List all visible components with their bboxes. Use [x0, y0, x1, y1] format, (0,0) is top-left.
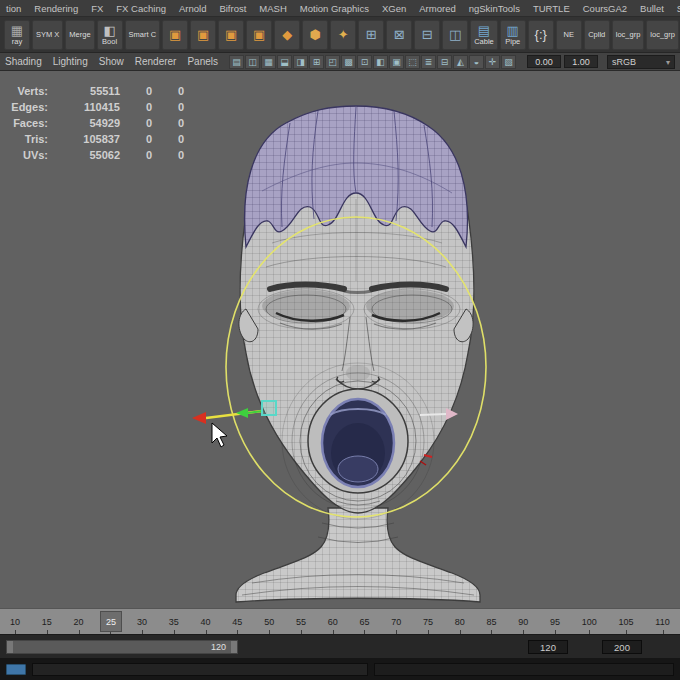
- viewport-toolbar-icons: ▤ ◫ ▦ ⬓ ◨ ⊞ ◰ ▩ ⊡ ◧ ▣ ⬚: [229, 55, 516, 69]
- shelf-tab[interactable]: Arnold: [179, 3, 206, 14]
- viewport-toolbar-icon[interactable]: ◒: [469, 55, 484, 69]
- shelf-tab[interactable]: Motion Graphics: [300, 3, 369, 14]
- shelf-tab[interactable]: ngSkinTools: [469, 3, 520, 14]
- shelf-tool-button[interactable]: ◧ Bool: [97, 20, 123, 50]
- viewport-toolbar-icon[interactable]: ◰: [325, 55, 340, 69]
- shelf-tool-label: NE: [564, 31, 574, 39]
- shelf-tab[interactable]: FX Caching: [116, 3, 166, 14]
- frame-tick-label: 40: [201, 617, 211, 627]
- frame-tick-label: 75: [423, 617, 433, 627]
- viewport-toolbar-icon[interactable]: ⊡: [357, 55, 372, 69]
- shelf-tab[interactable]: Armored: [419, 3, 455, 14]
- range-slider[interactable]: 120: [6, 640, 238, 654]
- shelf-tool-button[interactable]: ⊠: [386, 20, 412, 50]
- panel-menu-item[interactable]: Panels: [187, 56, 218, 67]
- poly-count-row: Edges: 110415 0 0: [0, 99, 184, 115]
- colorspace-dropdown[interactable]: sRGB gamma ▾: [607, 55, 675, 69]
- shelf-tool-button[interactable]: ▣: [162, 20, 188, 50]
- poly-count-total: 110415: [48, 101, 120, 113]
- panel-menu-item[interactable]: Shading: [5, 56, 42, 67]
- manipulator-center-handle: [262, 401, 276, 415]
- shelf-tool-button[interactable]: ⊟: [414, 20, 440, 50]
- shelf-tool-button[interactable]: ▣: [218, 20, 244, 50]
- shelf-tool-button[interactable]: loc_grp: [612, 20, 645, 50]
- viewport-toolbar-icon[interactable]: ◭: [453, 55, 468, 69]
- poly-count-total: 55511: [48, 85, 120, 97]
- viewport-toolbar-icon[interactable]: ▩: [341, 55, 356, 69]
- shelf-tab[interactable]: Bifrost: [219, 3, 246, 14]
- viewport-toolbar-icon[interactable]: ⊟: [437, 55, 452, 69]
- shelf-tab[interactable]: CoursGA2: [583, 3, 627, 14]
- shelf-tool-button[interactable]: Merge: [65, 20, 94, 50]
- poly-count-total: 55062: [48, 149, 120, 161]
- shelf-tab[interactable]: tion: [6, 3, 21, 14]
- panel-menu-item[interactable]: Show: [99, 56, 124, 67]
- shelf-tool-button[interactable]: ⊞: [358, 20, 384, 50]
- frame-tick-label: 65: [359, 617, 369, 627]
- mel-toggle[interactable]: [6, 664, 26, 675]
- exposure-field[interactable]: 0.00: [527, 55, 561, 68]
- shelf-tool-label: Smart C: [129, 31, 157, 39]
- shelf-tool-button[interactable]: NE: [556, 20, 582, 50]
- shelf-tool-icon: ▣: [169, 28, 181, 42]
- viewport-toolbar-icon[interactable]: ◨: [293, 55, 308, 69]
- viewport-toolbar-icon[interactable]: ▧: [501, 55, 516, 69]
- shelf-tab[interactable]: Bullet: [640, 3, 664, 14]
- shelf-tab[interactable]: XGen: [382, 3, 406, 14]
- panel-menu-item[interactable]: Renderer: [135, 56, 177, 67]
- shelf-tool-icon: ⊠: [394, 28, 405, 42]
- shelf-tool-button[interactable]: ◆: [274, 20, 300, 50]
- panel-menu-item[interactable]: Lighting: [53, 56, 88, 67]
- bust-mesh: [236, 508, 480, 602]
- viewport-toolbar-icon[interactable]: ▤: [229, 55, 244, 69]
- viewport-toolbar-icon[interactable]: ⬚: [405, 55, 420, 69]
- shelf-tool-button[interactable]: ▥ Pipe: [500, 20, 526, 50]
- shelf-tool-label: Bool: [102, 38, 117, 46]
- viewport-toolbar-icon[interactable]: ◧: [373, 55, 388, 69]
- poly-count-total: 105837: [48, 133, 120, 145]
- shelf-tab[interactable]: FX: [91, 3, 103, 14]
- maya-window: tion Rendering FX FX Caching Arnold Bifr…: [0, 0, 680, 680]
- current-frame-marker[interactable]: 25: [100, 611, 122, 632]
- poly-count-row: Tris: 105837 0 0: [0, 131, 184, 147]
- shelf-tool-button[interactable]: Smart C: [125, 20, 161, 50]
- frame-tick-label: 95: [550, 617, 560, 627]
- shelf-tab-bar: tion Rendering FX FX Caching Arnold Bifr…: [0, 0, 680, 17]
- shelf-tool-button[interactable]: ✦: [330, 20, 356, 50]
- poly-count-col3: 0: [152, 117, 184, 129]
- viewport[interactable]: Verts: 55511 0 0 Edges: 110415 0 0 Faces…: [0, 71, 680, 608]
- shelf-tab[interactable]: MASH: [259, 3, 286, 14]
- shelf-tool-button[interactable]: ▤ Cable: [470, 20, 498, 50]
- viewport-toolbar-icon[interactable]: ≣: [421, 55, 436, 69]
- shelf-tab[interactable]: TURTLE: [533, 3, 570, 14]
- shelf-tool-button[interactable]: loc_grp: [646, 20, 679, 50]
- frame-tick-label: 70: [391, 617, 401, 627]
- frame-tick-label: 110: [655, 617, 669, 627]
- shelf-tool-button[interactable]: Cplld: [584, 20, 610, 50]
- shelf: ▦ ray SYM X Merge ◧ Bool Smart C: [0, 17, 680, 53]
- viewport-toolbar-icon[interactable]: ✛: [485, 55, 500, 69]
- viewport-toolbar-icon[interactable]: ⬓: [277, 55, 292, 69]
- viewport-toolbar-icon[interactable]: ▦: [261, 55, 276, 69]
- shelf-tool-button[interactable]: ⬢: [302, 20, 328, 50]
- shelf-tool-button[interactable]: ▦ ray: [4, 20, 30, 50]
- time-slider[interactable]: 10 15 20 25 30 35 40 45 50 55 60 65: [0, 608, 680, 634]
- playback-end-field[interactable]: 120: [528, 640, 568, 654]
- shelf-tool-button[interactable]: {:}: [528, 20, 554, 50]
- shelf-tool-button[interactable]: ▣: [246, 20, 272, 50]
- poly-count-label: Verts:: [0, 85, 48, 97]
- shelf-tool-button[interactable]: ◫: [442, 20, 468, 50]
- shelf-tab[interactable]: Rendering: [34, 3, 78, 14]
- shelf-tool-label: SYM X: [36, 31, 59, 39]
- animation-end-field[interactable]: 200: [602, 640, 642, 654]
- viewport-toolbar-icon[interactable]: ⊞: [309, 55, 324, 69]
- range-slider-row: 120 120 200: [0, 634, 680, 658]
- frame-tick-label: 105: [619, 617, 634, 627]
- command-input[interactable]: [32, 663, 368, 676]
- shelf-tool-button[interactable]: ▣: [190, 20, 216, 50]
- frame-tick-label: 15: [42, 617, 52, 627]
- viewport-toolbar-icon[interactable]: ◫: [245, 55, 260, 69]
- viewport-toolbar-icon[interactable]: ▣: [389, 55, 404, 69]
- shelf-tool-button[interactable]: SYM X: [32, 20, 63, 50]
- gamma-field[interactable]: 1.00: [564, 55, 598, 68]
